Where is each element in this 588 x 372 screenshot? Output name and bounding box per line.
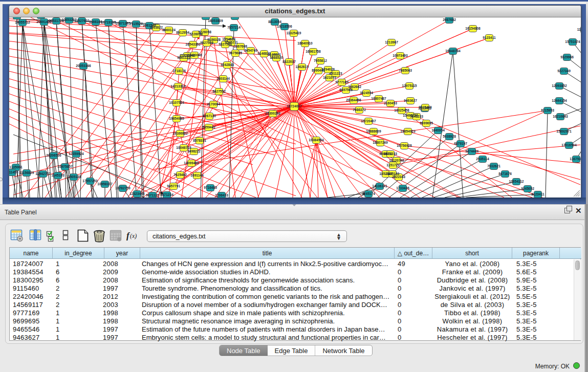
svg-text:16648784: 16648784	[445, 49, 461, 53]
svg-text:9716485: 9716485	[204, 186, 217, 189]
svg-text:7515526: 7515526	[129, 22, 143, 26]
svg-text:8267130: 8267130	[203, 114, 216, 118]
svg-text:19166822: 19166822	[172, 132, 188, 135]
svg-text:9115460: 9115460	[419, 105, 432, 109]
svg-text:12505135: 12505135	[66, 175, 81, 179]
svg-text:19384554: 19384554	[309, 138, 324, 142]
svg-text:11527602: 11527602	[75, 19, 90, 23]
svg-text:14055712: 14055712	[15, 20, 30, 24]
svg-text:17359924: 17359924	[69, 152, 84, 156]
svg-text:1621072: 1621072	[323, 76, 336, 79]
svg-text:1213967: 1213967	[385, 40, 398, 44]
svg-text:14099489: 14099489	[184, 161, 199, 165]
svg-text:9474444: 9474444	[465, 149, 478, 153]
svg-text:9245174: 9245174	[362, 192, 375, 195]
svg-text:8471676: 8471676	[498, 172, 512, 176]
svg-text:7485063: 7485063	[399, 69, 412, 72]
svg-text:6497568: 6497568	[339, 88, 353, 92]
svg-text:7663822: 7663822	[149, 26, 163, 29]
svg-text:8660124: 8660124	[162, 28, 176, 32]
svg-text:9641233: 9641233	[410, 115, 423, 118]
svg-text:2522343: 2522343	[392, 175, 405, 179]
svg-text:3498222: 3498222	[187, 149, 201, 153]
svg-text:9457791: 9457791	[167, 184, 180, 188]
svg-text:16120746: 16120746	[389, 159, 404, 162]
svg-text:8454749: 8454749	[244, 49, 257, 52]
svg-text:7857214: 7857214	[227, 26, 241, 29]
svg-text:9227349: 9227349	[557, 69, 571, 73]
svg-text:16053809: 16053809	[208, 19, 223, 23]
svg-text:7625402: 7625402	[173, 173, 187, 177]
svg-text:10654112: 10654112	[509, 180, 524, 183]
svg-text:7462662: 7462662	[348, 85, 361, 89]
svg-text:10107554: 10107554	[169, 101, 184, 104]
svg-text:23420046: 23420046	[187, 53, 202, 57]
svg-text:16782759: 16782759	[115, 186, 130, 190]
svg-text:25300293: 25300293	[265, 112, 280, 115]
svg-text:20053346: 20053346	[76, 64, 91, 68]
svg-text:8813054: 8813054	[228, 17, 242, 18]
svg-text:8186328: 8186328	[207, 38, 221, 41]
svg-text:9671123: 9671123	[146, 193, 159, 197]
svg-text:18640910: 18640910	[297, 41, 313, 45]
svg-text:1135061: 1135061	[9, 165, 23, 169]
svg-text:14136141: 14136141	[372, 184, 387, 188]
svg-text:10671385: 10671385	[115, 21, 130, 25]
svg-text:6879197: 6879197	[454, 142, 467, 145]
svg-text:8123411: 8123411	[531, 192, 545, 196]
svg-text:7032621: 7032621	[487, 164, 500, 168]
svg-text:12213319: 12213319	[170, 84, 186, 88]
svg-text:9123411: 9123411	[483, 36, 496, 39]
svg-text:5359442: 5359442	[202, 125, 215, 129]
svg-text:17016504: 17016504	[561, 143, 577, 147]
svg-text:20364456: 20364456	[346, 98, 361, 102]
svg-text:9327508: 9327508	[219, 42, 232, 46]
svg-text:17957253: 17957253	[82, 179, 98, 183]
svg-text:3911453: 3911453	[9, 170, 18, 174]
svg-text:16154808: 16154808	[465, 27, 481, 30]
svg-text:10958107: 10958107	[97, 182, 113, 186]
svg-text:6466160: 6466160	[89, 20, 102, 24]
svg-text:8813054: 8813054	[268, 20, 281, 24]
svg-text:8671233: 8671233	[384, 152, 397, 156]
svg-text:8427552: 8427552	[212, 90, 226, 93]
svg-text:10025458: 10025458	[394, 108, 409, 112]
svg-text:1733426: 1733426	[396, 186, 409, 190]
svg-text:16543392: 16543392	[185, 42, 201, 46]
svg-text:8578331: 8578331	[193, 139, 206, 142]
svg-text:8912954: 8912954	[176, 31, 189, 34]
svg-text:1145193: 1145193	[51, 173, 64, 177]
svg-text:10688609: 10688609	[366, 129, 381, 133]
svg-text:3824554: 3824554	[360, 91, 373, 95]
svg-text:2803144: 2803144	[216, 77, 230, 80]
svg-text:7955812: 7955812	[314, 59, 327, 62]
svg-text:9463627: 9463627	[404, 99, 417, 102]
svg-text:18807249: 18807249	[373, 141, 388, 144]
svg-text:8215953: 8215953	[541, 108, 554, 112]
svg-text:2087682: 2087682	[443, 18, 456, 21]
svg-text:19654985: 19654985	[169, 117, 184, 120]
svg-text:1167535: 1167535	[570, 157, 581, 161]
svg-text:16053809: 16053809	[198, 17, 213, 18]
svg-text:6794028: 6794028	[321, 68, 335, 71]
svg-text:9699695: 9699695	[420, 121, 433, 125]
svg-text:1298433: 1298433	[215, 193, 228, 197]
svg-text:10973493: 10973493	[393, 54, 408, 57]
svg-text:1691144: 1691144	[190, 173, 204, 177]
svg-text:9777169: 9777169	[335, 80, 349, 84]
svg-text:8471234: 8471234	[160, 193, 173, 196]
svg-text:11123456: 11123456	[577, 28, 581, 31]
svg-text:2160453: 2160453	[384, 101, 397, 105]
svg-text:10719185: 10719185	[101, 20, 116, 24]
svg-text:16961758: 16961758	[306, 50, 321, 53]
svg-text:18724007: 18724007	[287, 104, 302, 108]
svg-text:12323446: 12323446	[129, 192, 145, 195]
svg-text:9242848: 9242848	[221, 63, 234, 67]
svg-text:20206536: 20206536	[46, 154, 61, 157]
svg-text:9827508: 9827508	[200, 41, 213, 45]
svg-text:15692971: 15692971	[556, 129, 572, 133]
svg-text:9329966: 9329966	[560, 55, 574, 59]
svg-text:1362615: 1362615	[295, 65, 309, 69]
svg-text:5938928: 5938928	[443, 135, 456, 138]
svg-text:3675685: 3675685	[229, 51, 242, 55]
